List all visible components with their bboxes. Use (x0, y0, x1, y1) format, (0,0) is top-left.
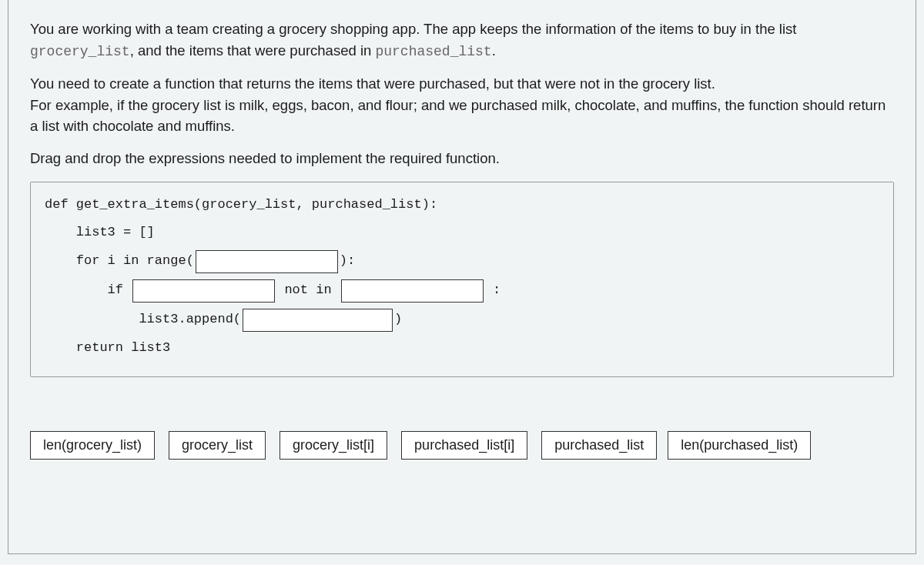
drop-slot-range[interactable] (196, 250, 338, 273)
code-grocery-list: grocery_list (30, 44, 130, 59)
text: , and the items that were purchased in (130, 42, 376, 59)
tile-row: len(purchased_list) (668, 431, 811, 460)
tile-bank: len(grocery_list) grocery_list grocery_l… (30, 431, 894, 473)
drop-slot-if-left[interactable] (132, 279, 275, 303)
code-line: for i in range( ): (45, 250, 879, 273)
tile-grocery-list[interactable]: grocery_list (169, 431, 266, 460)
text: . (492, 42, 496, 59)
instruction-paragraph-3: Drag and drop the expressions needed to … (30, 148, 894, 169)
code-editor-area: def get_extra_items(grocery_list, purcha… (30, 182, 894, 377)
code-line: return list3 (45, 338, 879, 359)
instructions-block: You are working with a team creating a g… (30, 18, 894, 169)
text: You are working with a team creating a g… (30, 21, 796, 37)
code-text: if (45, 281, 131, 300)
code-line: list3 = [] (45, 222, 879, 244)
tile-purchased-list[interactable]: purchased_list (541, 431, 657, 460)
code-text: list3.append( (45, 310, 241, 329)
drop-slot-if-right[interactable] (341, 279, 484, 303)
code-text: list3 = [] (45, 223, 155, 242)
text: You need to create a function that retur… (30, 75, 715, 92)
tile-len-grocery-list[interactable]: len(grocery_list) (30, 431, 155, 460)
instruction-paragraph-1: You are working with a team creating a g… (30, 18, 894, 62)
drop-slot-append[interactable] (243, 309, 393, 332)
code-line: list3.append( ) (45, 309, 879, 332)
code-text: not in (276, 281, 340, 300)
code-purchased-list: purchased_list (375, 44, 491, 59)
text: For example, if the grocery list is milk… (30, 97, 886, 135)
code-text: : (485, 281, 500, 300)
code-text: ) (394, 310, 402, 329)
code-line: if not in : (45, 279, 879, 303)
tile-len-purchased-list[interactable]: len(purchased_list) (668, 431, 811, 460)
tile-purchased-list-i[interactable]: purchased_list[i] (401, 431, 527, 460)
code-text: def get_extra_items(grocery_list, purcha… (45, 196, 437, 215)
code-text: ): (340, 252, 355, 271)
code-text: for i in range( (45, 252, 194, 271)
question-container: You are working with a team creating a g… (8, 0, 916, 554)
code-line: def get_extra_items(grocery_list, purcha… (45, 195, 879, 216)
tile-row: len(grocery_list) grocery_list grocery_l… (30, 431, 657, 460)
instruction-paragraph-2: You need to create a function that retur… (30, 73, 894, 137)
tile-grocery-list-i[interactable]: grocery_list[i] (280, 431, 387, 460)
code-text: return list3 (45, 339, 170, 358)
